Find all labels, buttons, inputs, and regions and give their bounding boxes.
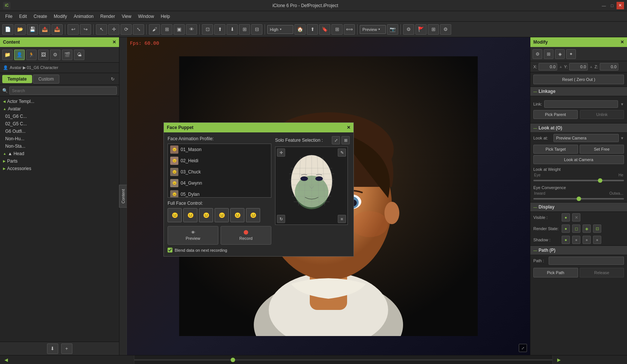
menu-create[interactable]: Create — [31, 13, 50, 20]
timeline-expand-icon[interactable]: ◀ — [2, 356, 10, 364]
fp-thumb-2[interactable]: 😐 — [183, 208, 197, 222]
save-button[interactable]: 💾 — [27, 24, 38, 35]
flag-button[interactable]: 🚩 — [415, 24, 427, 35]
fp-face-list-button[interactable]: ≡ — [338, 215, 346, 223]
maximize-button[interactable]: □ — [608, 2, 616, 9]
content-prop-icon[interactable]: ⚙ — [50, 50, 60, 60]
group-button[interactable]: ⊞ — [331, 24, 343, 35]
menu-file[interactable]: File — [2, 13, 15, 20]
fp-profile-heidi[interactable]: 😐 02_Heidi — [168, 155, 271, 166]
tree-item-nonhu[interactable]: Non-Hu... — [0, 135, 119, 142]
camera-down-button[interactable]: ⬇ — [227, 24, 238, 35]
fp-face-edit-button[interactable]: ✎ — [338, 148, 346, 157]
lookat-collapse-icon[interactable]: — — [533, 126, 537, 130]
render-box-icon[interactable]: ⊡ — [593, 225, 601, 233]
render-solid-icon[interactable]: ● — [562, 225, 570, 233]
shadow-cast-icon[interactable]: ● — [583, 236, 591, 244]
tree-item-accessories[interactable]: ▶ Accessories — [0, 165, 119, 172]
tree-item-parts[interactable]: ▶ Parts — [0, 157, 119, 165]
tree-item-head[interactable]: ▲ ▲ Head — [0, 150, 119, 157]
content-image-icon[interactable]: 🖼 — [38, 50, 49, 60]
lookat-weight-slider[interactable] — [533, 180, 624, 181]
fp-profile-dylan[interactable]: 😐 05_Dylan — [168, 189, 271, 198]
content-close-icon[interactable]: ✕ — [112, 40, 116, 45]
fp-blend-checkbox[interactable] — [168, 248, 172, 252]
fp-list-icon-button[interactable]: ≡ — [338, 215, 346, 223]
fp-profile-mason[interactable]: 😐 01_Mason — [168, 144, 271, 155]
fp-thumb-6[interactable]: 😐 — [246, 208, 260, 222]
mod-icon-sliders[interactable]: ⚙ — [533, 49, 542, 59]
rotate-button[interactable]: ⟳ — [121, 24, 132, 35]
look-at-camera-button[interactable]: Look at Camera — [533, 155, 624, 164]
tab-template[interactable]: Template — [2, 75, 32, 83]
import-button[interactable]: 📥 — [52, 24, 63, 35]
move2-button[interactable]: ⟺ — [344, 24, 355, 35]
z-input[interactable] — [600, 63, 618, 70]
redo-button[interactable]: ↪ — [80, 24, 91, 35]
display-collapse-icon[interactable]: — — [533, 205, 537, 209]
home-button[interactable]: 🏠 — [294, 24, 306, 35]
camera-frame-button[interactable]: ⊡ — [202, 24, 213, 35]
content-sidebar-tab[interactable]: Content — [119, 185, 127, 208]
select-button[interactable]: ↖ — [96, 24, 107, 35]
eye-button[interactable]: 👁 — [186, 24, 197, 35]
linkage-collapse-icon[interactable]: — — [533, 90, 537, 94]
content-animation-icon[interactable]: 🏃 — [26, 50, 37, 60]
render-texture-icon[interactable]: ◈ — [583, 225, 591, 233]
shadow-on-icon[interactable]: ● — [562, 236, 570, 244]
viewport[interactable]: Face Puppet ✕ Face Animation Profile: 😐 … — [127, 37, 530, 355]
fp-face-move-button[interactable]: ✛ — [277, 148, 285, 157]
shadow-off-icon[interactable]: ● — [593, 236, 601, 244]
render-wire-icon[interactable]: ◻ — [572, 225, 580, 233]
content-add-button[interactable]: + — [61, 343, 72, 354]
open-button[interactable]: 📂 — [15, 24, 26, 35]
path-input[interactable] — [549, 257, 624, 265]
bookmark-button[interactable]: 🔖 — [319, 24, 330, 35]
y-spinner-up[interactable]: ▲ — [589, 65, 593, 69]
link-input[interactable] — [544, 100, 618, 108]
tree-item-02g5[interactable]: 02_G5 C... — [0, 120, 119, 128]
fp-profile-gwynn[interactable]: 😐 04_Gwynn — [168, 178, 271, 189]
menu-animation[interactable]: Animation — [71, 13, 96, 20]
tab-custom[interactable]: Custom — [33, 75, 59, 84]
menu-view[interactable]: View — [119, 13, 134, 20]
shadow-receive-icon[interactable]: ● — [572, 236, 580, 244]
undo-button[interactable]: ↩ — [68, 24, 79, 35]
x-spinner-up[interactable]: ▲ — [559, 65, 562, 69]
paint-button[interactable]: 🖌 — [149, 24, 160, 35]
fp-solo-grid-button[interactable]: ⊞ — [341, 136, 350, 144]
lookat-input[interactable] — [553, 134, 619, 142]
quality-dropdown[interactable]: High ▾ — [267, 25, 293, 34]
new-button[interactable]: 📄 — [2, 24, 13, 35]
camera-up-button[interactable]: ⬆ — [214, 24, 225, 35]
camera-icon-button[interactable]: 📷 — [387, 24, 398, 35]
release-path-button[interactable]: Release — [580, 268, 624, 277]
fp-face-rotate-button[interactable]: ↻ — [277, 215, 285, 223]
timeline-end-icon[interactable]: ▶ — [555, 356, 562, 364]
fp-record-button[interactable]: Record — [221, 226, 271, 245]
fp-thumb-5[interactable]: 😐 — [230, 208, 244, 222]
mod-icon-physics[interactable]: ✦ — [566, 49, 576, 59]
reset-button[interactable]: Reset ( Zero Out ) — [533, 75, 624, 84]
timeline-handle[interactable] — [231, 358, 235, 362]
export-button[interactable]: 📤 — [39, 24, 50, 35]
fp-thumb-3[interactable]: 😐 — [199, 208, 213, 222]
fp-profile-chuck[interactable]: 😐 03_Chuck — [168, 166, 271, 178]
menu-render[interactable]: Render — [97, 13, 118, 20]
menu-window[interactable]: Window — [135, 13, 157, 20]
fp-preview-button[interactable]: 👁 Preview — [168, 226, 218, 245]
content-scene-icon[interactable]: 🎬 — [62, 50, 72, 60]
pick-path-button[interactable]: Pick Path — [533, 268, 578, 277]
mod-icon-bone[interactable]: ⊞ — [544, 49, 553, 59]
fp-solo-expand-button[interactable]: ⤢ — [332, 136, 340, 144]
eye-convergence-slider[interactable] — [533, 198, 624, 200]
bone-button[interactable]: ⊞ — [161, 24, 172, 35]
grid-button[interactable]: ⊞ — [239, 24, 250, 35]
modify-close-icon[interactable]: ✕ — [620, 40, 624, 45]
settings-button[interactable]: ⚙ — [440, 24, 451, 35]
menu-help[interactable]: Help — [158, 13, 173, 20]
viewport-fullscreen-button[interactable]: ⤢ — [519, 344, 527, 352]
ik-button[interactable]: ⚙ — [403, 24, 414, 35]
timeline2-button[interactable]: ⊞ — [428, 24, 439, 35]
content-folder-icon[interactable]: 📁 — [2, 50, 13, 60]
